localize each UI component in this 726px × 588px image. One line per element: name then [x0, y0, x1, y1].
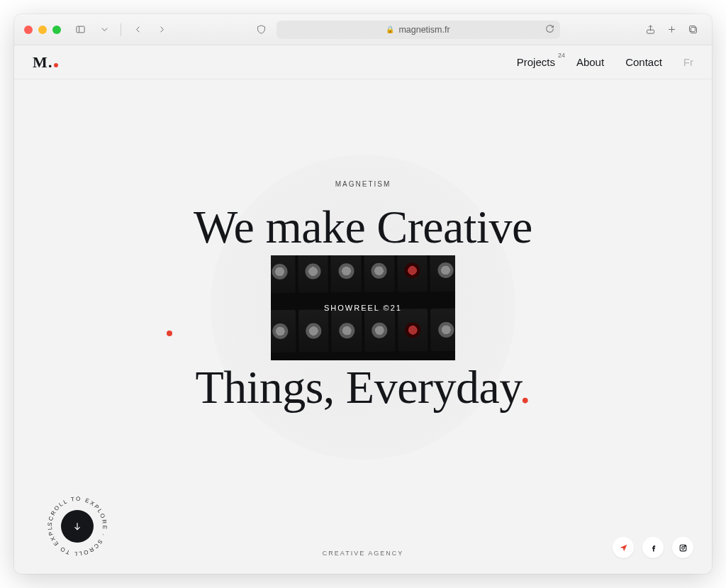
lock-icon: 🔒: [386, 26, 394, 33]
projects-count-badge: 24: [558, 52, 565, 59]
svg-point-11: [684, 545, 685, 546]
logo-letter: M: [33, 53, 48, 72]
footer-tagline: CREATIVE AGENCY: [323, 550, 403, 557]
scroll-arrow-circle: [61, 510, 94, 543]
logo-dot-icon: [54, 63, 58, 67]
nav-projects[interactable]: Projects 24: [517, 56, 555, 68]
tabs-overview-button[interactable]: [683, 21, 702, 38]
close-window-button[interactable]: [24, 26, 33, 34]
privacy-shield-icon[interactable]: [252, 21, 271, 38]
toolbar-divider: [121, 23, 121, 36]
svg-rect-6: [689, 26, 695, 32]
window-controls: [24, 26, 61, 34]
nav-language[interactable]: Fr: [683, 56, 693, 68]
browser-titlebar: 🔒 magnetism.fr: [14, 14, 712, 45]
svg-rect-5: [691, 27, 696, 33]
reload-button[interactable]: [545, 24, 554, 35]
social-instagram[interactable]: [672, 537, 693, 558]
address-bar[interactable]: 🔒 magnetism.fr: [277, 21, 560, 39]
back-button[interactable]: [128, 21, 147, 38]
arrow-down-icon: [72, 521, 82, 531]
page-viewport: M. Projects 24 About Contact Fr MAGNETIS…: [14, 45, 712, 574]
svg-point-10: [681, 546, 684, 549]
share-button[interactable]: [641, 21, 659, 38]
svg-rect-0: [76, 26, 84, 33]
minimize-window-button[interactable]: [38, 26, 47, 34]
browser-window: 🔒 magnetism.fr M.: [14, 14, 712, 574]
main-nav: Projects 24 About Contact Fr: [517, 56, 693, 68]
sidebar-toggle-button[interactable]: [71, 21, 89, 38]
headline-period: .: [519, 361, 530, 413]
social-location[interactable]: [613, 537, 634, 558]
headline-line-2: Things, Everyday.: [58, 360, 668, 414]
showreel-label: SHOWREEL ©21: [324, 304, 402, 312]
site-logo[interactable]: M.: [33, 53, 58, 72]
social-facebook[interactable]: [642, 537, 664, 558]
headline-line-1: We make Creative: [58, 200, 668, 254]
forward-button[interactable]: [152, 21, 171, 38]
fullscreen-window-button[interactable]: [52, 26, 61, 34]
scroll-to-explore-button[interactable]: SCROLL TO EXPLORE · SCROLL TO EXPLORE ·: [47, 496, 108, 557]
social-links: [613, 537, 693, 558]
showreel-video[interactable]: SHOWREEL ©21: [271, 255, 455, 360]
url-text: magnetism.fr: [398, 25, 449, 35]
new-tab-button[interactable]: [662, 21, 681, 38]
hero-section: MAGNETISM We make Creative Things, Every…: [14, 79, 712, 574]
nav-contact[interactable]: Contact: [625, 56, 662, 68]
accent-dot-icon: [167, 331, 172, 336]
tab-dropdown-button[interactable]: [95, 21, 113, 38]
address-bar-wrap: 🔒 magnetism.fr: [239, 21, 573, 39]
nav-about[interactable]: About: [576, 56, 604, 68]
site-header: M. Projects 24 About Contact Fr: [14, 45, 712, 79]
hero-kicker: MAGNETISM: [335, 180, 391, 188]
